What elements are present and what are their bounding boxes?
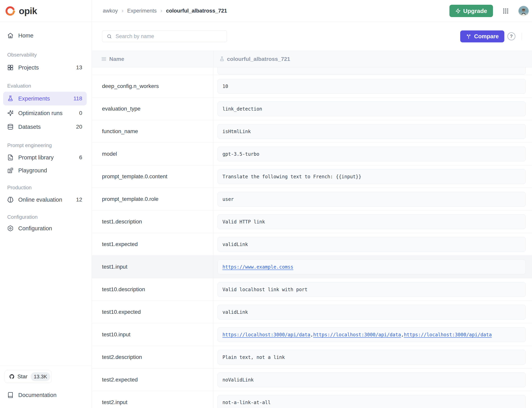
sidebar: opik Home Observability Projects 13 Eval… — [0, 0, 92, 408]
table-row: test2.inputnot-a-link-at-all — [92, 391, 532, 408]
row-value-cell: validLink — [213, 233, 532, 255]
split-arrows-icon — [466, 33, 472, 39]
star-count-badge: 13.3K — [31, 372, 50, 381]
value-box[interactable]: isHtmlLink — [218, 124, 526, 139]
row-value-cell: 10 — [213, 75, 532, 97]
row-value-cell: Plain text, not a link — [213, 346, 532, 368]
row-name: test1.expected — [92, 233, 213, 255]
logo[interactable]: opik — [0, 0, 92, 22]
value-text: Valid localhost link with port — [222, 287, 307, 292]
value-link[interactable]: https://localhost:3000/api/data — [313, 332, 401, 338]
home-icon — [7, 32, 14, 39]
value-box[interactable]: https://www.example.comss — [218, 260, 526, 274]
search-input[interactable] — [115, 33, 224, 40]
value-box[interactable] — [218, 67, 526, 74]
value-box[interactable]: link_detection — [218, 102, 526, 116]
brain-icon — [7, 196, 14, 203]
sidebar-item-online-evaluation[interactable]: Online evaluation 12 — [3, 194, 87, 206]
sidebar-item-label: Experiments — [18, 95, 50, 102]
sidebar-item-label: Playground — [18, 167, 47, 174]
table-row: test1.descriptionValid HTTP link — [92, 211, 532, 233]
breadcrumb-experiments[interactable]: Experiments — [127, 8, 157, 14]
value-box[interactable]: Valid localhost link with port — [218, 282, 526, 297]
sidebar-item-optimization-runs[interactable]: Optimization runs 0 — [3, 107, 87, 119]
sidebar-item-projects[interactable]: Projects 13 — [3, 61, 87, 74]
sidebar-item-prompt-library[interactable]: Prompt library 6 — [3, 151, 87, 163]
chevron-right-icon — [159, 9, 164, 13]
value-box[interactable]: noValidLink — [218, 373, 526, 387]
table-row: evaluation_typelink_detection — [92, 98, 532, 120]
table-header: Name colourful_albatross_721 — [92, 51, 532, 67]
row-name: test2.input — [92, 391, 213, 408]
table-row — [92, 67, 532, 75]
value-text: isHtmlLink — [222, 129, 251, 134]
sparkles-icon — [7, 110, 14, 116]
sidebar-item-datasets[interactable]: Datasets 20 — [3, 121, 87, 133]
github-star-button[interactable]: Star 13.3K — [5, 370, 52, 383]
sidebar-item-playground[interactable]: Playground — [3, 164, 87, 177]
value-link[interactable]: https://localhost:3000/api/data — [404, 332, 492, 338]
sidebar-item-label: Projects — [18, 64, 39, 71]
sidebar-item-home[interactable]: Home — [3, 29, 87, 42]
column-header-name[interactable]: Name — [92, 51, 213, 67]
value-box[interactable]: 10 — [218, 79, 526, 94]
settings-hexagon-icon — [7, 225, 14, 231]
upgrade-button[interactable]: Upgrade — [450, 5, 493, 17]
value-text: Valid HTTP link — [222, 219, 265, 225]
value-text: , — [310, 332, 313, 338]
value-box[interactable]: Valid HTTP link — [218, 214, 526, 229]
table-row: prompt_template.0.roleuser — [92, 188, 532, 211]
sidebar-section-observability: Observability — [7, 51, 37, 58]
column-label: colourful_albatross_721 — [227, 56, 290, 62]
value-box[interactable]: not-a-link-at-all — [218, 395, 526, 408]
table-row: function_nameisHtmlLink — [92, 120, 532, 143]
value-link[interactable]: https://www.example.comss — [222, 264, 293, 270]
breadcrumb-workspace[interactable]: awkoy — [103, 8, 118, 14]
breadcrumb-current-experiment: colourful_albatross_721 — [166, 8, 227, 14]
table-row: test1.expectedvalidLink — [92, 233, 532, 256]
compare-button[interactable]: Compare — [460, 30, 504, 42]
row-name: test10.expected — [92, 301, 213, 323]
value-box[interactable]: validLink — [218, 237, 526, 252]
sidebar-item-count: 20 — [76, 124, 82, 130]
table-row: test2.descriptionPlain text, not a link — [92, 346, 532, 368]
apps-grid-icon[interactable] — [502, 8, 509, 14]
value-box[interactable]: Plain text, not a link — [218, 350, 526, 365]
row-value-cell: isHtmlLink — [213, 120, 532, 143]
value-box[interactable]: https://localhost:3000/api/data, https:/… — [218, 327, 526, 342]
help-icon[interactable]: ? — [507, 32, 515, 40]
search-box — [102, 30, 227, 42]
column-label: Name — [109, 56, 124, 62]
book-icon — [7, 392, 14, 398]
value-box[interactable]: user — [218, 192, 526, 207]
row-value-cell: Translate the following text to French: … — [213, 165, 532, 188]
table-row: test1.inputhttps://www.example.comss — [92, 256, 532, 278]
row-value-cell: noValidLink — [213, 368, 532, 391]
value-link[interactable]: https://localhost:3000/api/data — [222, 332, 310, 338]
sidebar-item-experiments[interactable]: Experiments 118 — [3, 92, 87, 105]
row-name: test1.input — [92, 256, 213, 278]
value-box[interactable]: validLink — [218, 305, 526, 319]
value-text: not-a-link-at-all — [222, 400, 271, 405]
logo-text: opik — [19, 6, 37, 16]
sidebar-item-count: 12 — [76, 196, 82, 203]
row-name: evaluation_type — [92, 98, 213, 120]
sidebar-item-configuration[interactable]: Configuration — [3, 222, 87, 234]
sidebar-item-label: Online evaluation — [18, 196, 62, 203]
compare-label: Compare — [474, 33, 499, 40]
row-value-cell: Valid localhost link with port — [213, 278, 532, 301]
value-text: user — [222, 196, 234, 202]
sidebar-item-documentation[interactable]: Documentation — [3, 389, 87, 401]
row-value-cell: link_detection — [213, 98, 532, 120]
value-text: validLink — [222, 309, 248, 315]
value-text: Plain text, not a link — [222, 355, 285, 360]
table-row: test2.expectednoValidLink — [92, 368, 532, 391]
column-header-experiment[interactable]: colourful_albatross_721 — [213, 51, 532, 67]
value-text: validLink — [222, 242, 248, 247]
value-box[interactable]: gpt-3.5-turbo — [218, 147, 526, 162]
row-name: model — [92, 143, 213, 165]
user-avatar[interactable] — [518, 6, 529, 16]
blocks-icon — [7, 167, 14, 174]
row-value-cell: Valid HTTP link — [213, 211, 532, 233]
value-box[interactable]: Translate the following text to French: … — [218, 169, 526, 184]
